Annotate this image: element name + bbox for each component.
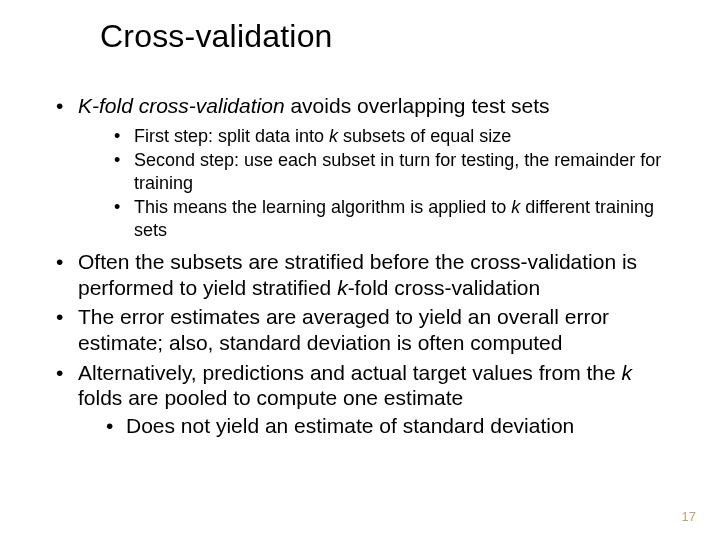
bullet-1-sublist: First step: split data into k subsets of…: [78, 125, 680, 242]
bullet-1-sub-1-b: subsets of equal size: [338, 126, 511, 146]
bullet-1-rest: avoids overlapping test sets: [285, 94, 550, 117]
bullet-1-sub-1: First step: split data into k subsets of…: [108, 125, 680, 148]
bullet-4-sub-1: Does not yield an estimate of standard d…: [100, 413, 680, 439]
bullet-4: Alternatively, predictions and actual ta…: [48, 360, 680, 439]
bullet-1: K-fold cross-validation avoids overlappi…: [48, 93, 680, 241]
bullet-2-i: k: [337, 276, 348, 299]
slide: Cross-validation K-fold cross-validation…: [0, 0, 720, 540]
bullet-1-sub-3: This means the learning algorithm is app…: [108, 196, 680, 241]
page-number: 17: [682, 509, 696, 524]
bullet-3: The error estimates are averaged to yiel…: [48, 304, 680, 355]
bullet-4-b: folds are pooled to compute one estimate: [78, 386, 463, 409]
bullet-4-sublist: Does not yield an estimate of standard d…: [78, 413, 680, 439]
bullet-list: K-fold cross-validation avoids overlappi…: [40, 93, 680, 438]
bullet-1-sub-2: Second step: use each subset in turn for…: [108, 149, 680, 194]
bullet-2-b: -fold cross-validation: [348, 276, 541, 299]
bullet-1-sub-1-i: k: [329, 126, 338, 146]
bullet-1-sub-3-a: This means the learning algorithm is app…: [134, 197, 511, 217]
bullet-4-i: k: [622, 361, 633, 384]
bullet-1-sub-3-i: k: [511, 197, 520, 217]
slide-title: Cross-validation: [100, 18, 680, 55]
bullet-1-sub-1-a: First step: split data into: [134, 126, 329, 146]
bullet-1-italic: K-fold cross-validation: [78, 94, 285, 117]
bullet-4-a: Alternatively, predictions and actual ta…: [78, 361, 622, 384]
bullet-2: Often the subsets are stratified before …: [48, 249, 680, 300]
